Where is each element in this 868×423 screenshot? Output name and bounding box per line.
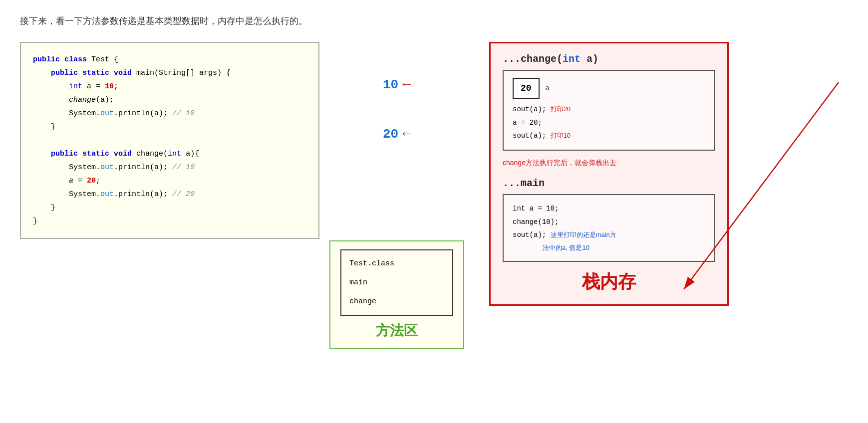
method-class: Test.class: [349, 256, 444, 271]
change-dismiss-note: change方法执行完后，就会弹栈出去: [503, 159, 715, 168]
method-main: main: [349, 275, 444, 290]
main-line1-int: int: [513, 205, 525, 212]
change-frame: 20 a sout(a); 打印20 a = 20; sout(a); 打印10: [503, 70, 715, 151]
arrow-right-10: ←: [402, 77, 411, 92]
value-20: 20: [383, 127, 398, 142]
main-line1: a = 10;: [530, 205, 559, 212]
change-line1-note: 打印20: [551, 105, 571, 113]
var-label-change: a: [546, 82, 550, 95]
value-10: 10: [383, 77, 398, 92]
method-zone-title: 方法区: [340, 321, 453, 340]
change-line3: sout(a);: [513, 132, 546, 140]
stack-title: 栈内存: [503, 270, 715, 294]
main-line3: sout(a);: [513, 231, 551, 239]
main-line2: change(10);: [513, 215, 705, 229]
arrow-right-20: ←: [402, 126, 411, 142]
var-box-change: 20: [513, 78, 540, 99]
main-line3-note2: 法中的a, 值是10: [513, 242, 705, 254]
code-box: public class Test { public static void m…: [20, 42, 319, 239]
stack-outer: ...change(int a) 20 a sout(a); 打印20 a = …: [489, 42, 729, 306]
intro-text: 接下来，看一下方法参数传递是基本类型数据时，内存中是怎么执行的。: [20, 15, 848, 27]
center-area: 10 ← 20 ← Test.class main change 方法区: [329, 42, 464, 349]
main-frame: int a = 10; change(10); sout(a); 这里打印的还是…: [503, 194, 715, 262]
method-zone-inner: Test.class main change: [340, 249, 453, 316]
change-line2: a = 20;: [513, 116, 705, 130]
change-line1: sout(a);: [513, 105, 546, 113]
main-line3-note: 这里打印的还是main方: [551, 231, 616, 238]
change-line3-note: 打印10: [551, 132, 571, 139]
main-frame-title: ...main: [503, 178, 715, 189]
method-zone-box: Test.class main change 方法区: [329, 240, 464, 349]
method-change: change: [349, 294, 444, 309]
change-frame-title: ...change(int a): [503, 53, 715, 65]
